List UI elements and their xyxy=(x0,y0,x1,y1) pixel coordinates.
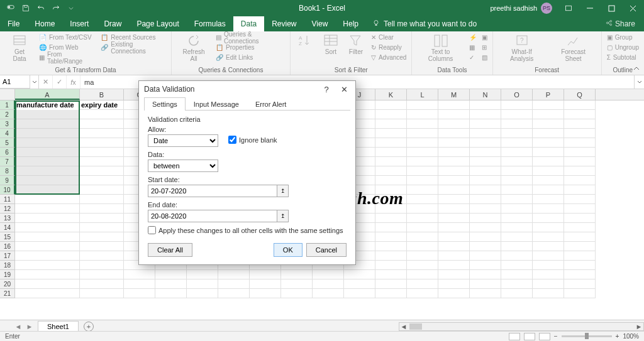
menu-page-layout[interactable]: Page Layout xyxy=(129,16,186,31)
redo-icon[interactable] xyxy=(49,1,63,15)
cell[interactable] xyxy=(533,204,564,214)
cell[interactable] xyxy=(438,157,470,166)
cell[interactable] xyxy=(407,251,438,261)
apply-all-input[interactable] xyxy=(148,226,156,234)
cell[interactable] xyxy=(438,100,470,110)
cell[interactable] xyxy=(533,129,564,138)
cell[interactable] xyxy=(470,214,501,223)
cell[interactable] xyxy=(375,166,407,176)
cell[interactable] xyxy=(564,289,596,298)
cell[interactable] xyxy=(533,100,564,110)
normal-view-icon[interactable] xyxy=(509,333,520,340)
enter-formula-icon[interactable]: ✓ xyxy=(53,75,67,89)
cell[interactable] xyxy=(564,119,596,129)
cell[interactable] xyxy=(80,166,124,176)
cell[interactable] xyxy=(533,195,564,204)
queries-connections-button[interactable]: ▤Queries & Connections xyxy=(216,33,285,42)
cell[interactable] xyxy=(375,261,407,270)
cancel-button[interactable]: Cancel xyxy=(306,243,347,257)
ignore-blank-checkbox[interactable]: Ignore blank xyxy=(228,136,277,144)
row-header[interactable]: 13 xyxy=(0,214,15,223)
advanced-button[interactable]: ▽Advanced xyxy=(371,53,406,62)
scroll-left-icon[interactable]: ◄ xyxy=(399,323,408,330)
ungroup-button[interactable]: ▢Ungroup xyxy=(607,43,639,52)
dialog-title-bar[interactable]: Data Validation ? ✕ xyxy=(139,81,355,97)
from-text-csv-button[interactable]: 📄From Text/CSV xyxy=(39,33,96,42)
cell[interactable] xyxy=(80,119,124,129)
cell[interactable] xyxy=(470,100,501,110)
cell[interactable] xyxy=(438,204,470,214)
col-header-b[interactable]: B xyxy=(80,89,124,100)
cell[interactable] xyxy=(438,185,470,195)
cell[interactable] xyxy=(470,242,501,251)
cell[interactable] xyxy=(533,110,564,119)
cell[interactable] xyxy=(375,148,407,157)
cell[interactable] xyxy=(407,270,438,279)
cell[interactable] xyxy=(564,138,596,148)
cell[interactable] xyxy=(470,232,501,242)
cell[interactable] xyxy=(407,129,438,138)
row-header[interactable]: 19 xyxy=(0,270,15,279)
cell[interactable] xyxy=(438,214,470,223)
cell[interactable] xyxy=(15,138,80,148)
cell[interactable] xyxy=(501,100,533,110)
cell[interactable] xyxy=(438,138,470,148)
row-header[interactable]: 8 xyxy=(0,166,15,176)
menu-home[interactable]: Home xyxy=(27,16,62,31)
cell[interactable] xyxy=(281,289,313,298)
cell[interactable] xyxy=(407,204,438,214)
maximize-icon[interactable] xyxy=(601,0,621,16)
row-header[interactable]: 5 xyxy=(0,138,15,148)
cell[interactable] xyxy=(15,129,80,138)
cell[interactable] xyxy=(501,251,533,261)
cell[interactable] xyxy=(470,138,501,148)
cell[interactable] xyxy=(407,119,438,129)
row-header[interactable]: 4 xyxy=(0,129,15,138)
cell[interactable] xyxy=(80,232,124,242)
cell[interactable] xyxy=(470,289,501,298)
scroll-thumb[interactable] xyxy=(409,323,422,330)
cell[interactable] xyxy=(375,195,407,204)
reapply-button[interactable]: ↻Reapply xyxy=(371,43,406,52)
cell[interactable] xyxy=(438,289,470,298)
ignore-blank-input[interactable] xyxy=(228,136,236,144)
page-break-view-icon[interactable] xyxy=(539,333,550,340)
cell[interactable] xyxy=(407,289,438,298)
sort-button[interactable]: Sort xyxy=(321,33,341,57)
cell[interactable] xyxy=(501,232,533,242)
text-to-columns-button[interactable]: Text to Columns xyxy=(417,33,464,63)
cell[interactable] xyxy=(564,270,596,279)
minimize-icon[interactable] xyxy=(580,0,600,16)
cell[interactable] xyxy=(15,232,80,242)
cell[interactable] xyxy=(15,261,80,270)
cell[interactable] xyxy=(407,110,438,119)
cell[interactable] xyxy=(564,185,596,195)
cell[interactable] xyxy=(15,279,80,289)
edit-links-button[interactable]: 🔗Edit Links xyxy=(216,53,285,62)
col-header-m[interactable]: M xyxy=(438,89,470,100)
expand-formula-bar-icon[interactable] xyxy=(634,75,644,89)
cell[interactable] xyxy=(15,270,80,279)
cell[interactable] xyxy=(124,279,155,289)
cell[interactable] xyxy=(375,185,407,195)
cell[interactable] xyxy=(80,129,124,138)
ribbon-display-icon[interactable] xyxy=(558,0,579,16)
start-date-input[interactable] xyxy=(148,185,277,197)
cell[interactable] xyxy=(80,138,124,148)
cell[interactable] xyxy=(375,176,407,185)
cell[interactable] xyxy=(438,148,470,157)
cell[interactable] xyxy=(407,214,438,223)
cell[interactable] xyxy=(218,279,250,289)
row-header[interactable]: 16 xyxy=(0,242,15,251)
cell[interactable] xyxy=(80,261,124,270)
cell[interactable] xyxy=(470,157,501,166)
cell[interactable] xyxy=(564,214,596,223)
cell[interactable] xyxy=(15,166,80,176)
cell[interactable] xyxy=(533,148,564,157)
cell[interactable] xyxy=(438,270,470,279)
cell[interactable] xyxy=(470,251,501,261)
row-header[interactable]: 12 xyxy=(0,204,15,214)
cell[interactable] xyxy=(15,185,80,195)
cell[interactable] xyxy=(470,129,501,138)
cell[interactable] xyxy=(438,279,470,289)
